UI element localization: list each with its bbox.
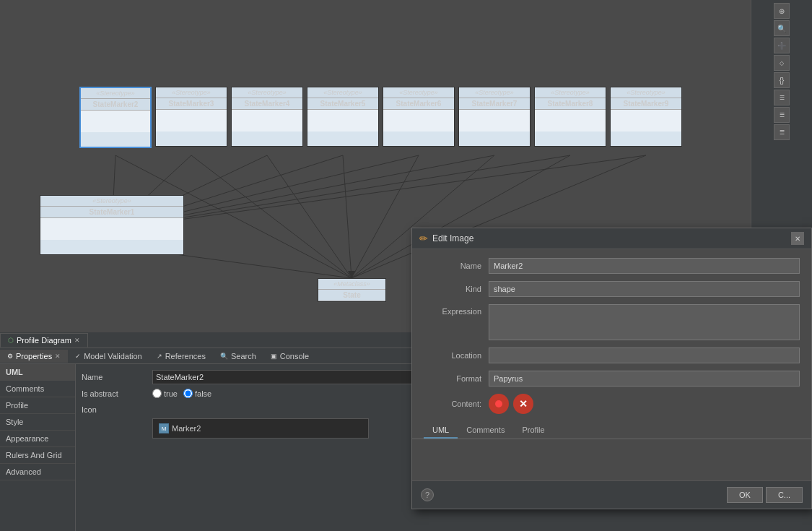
dialog-kind-input[interactable] — [489, 281, 800, 297]
uml-box-sm6[interactable]: «Stereotype» StateMarker6 — [383, 87, 455, 147]
dialog-footer: ? OK C... — [412, 480, 811, 509]
body1-sm1 — [40, 218, 183, 240]
name-sm2: StateMarker2 — [81, 99, 150, 111]
dialog-tab-comments[interactable]: Comments — [458, 423, 513, 439]
svg-line-11 — [343, 155, 352, 278]
name-sm1: StateMarker1 — [40, 207, 183, 218]
prop-tab-properties[interactable]: ⚙ Properties ✕ — [0, 350, 68, 363]
diagram-tab-icon: ⬡ — [8, 337, 14, 344]
dialog-tab-profile-label: Profile — [522, 426, 544, 434]
prop-sidebar-profile[interactable]: Profile — [0, 397, 75, 414]
uml-box-sm8[interactable]: «Stereotype» StateMarker8 — [534, 87, 606, 147]
prop-abstract-radios: true false — [152, 389, 211, 398]
prop-icon-label: Icon — [82, 405, 147, 414]
dialog-kind-label: Kind — [424, 285, 481, 293]
prop-abstract-false[interactable]: false — [183, 389, 211, 398]
toolbar-btn-1[interactable]: ⊕ — [774, 3, 790, 19]
prop-sidebar: UML Comments Profile Style Appearance Ru… — [0, 364, 76, 531]
dialog-format-input[interactable] — [489, 371, 800, 387]
console-icon: ▣ — [271, 353, 277, 360]
toolbar-btn-6[interactable]: ☰ — [774, 90, 790, 105]
uml-box-sm1[interactable]: «Stereotype» StateMarker1 — [40, 195, 184, 255]
properties-icon: ⚙ — [7, 353, 13, 360]
dialog-record-button[interactable] — [489, 394, 509, 414]
svg-marker-17 — [348, 271, 355, 278]
prop-tab-validation[interactable]: ✓ Model Validation — [68, 350, 149, 363]
edit-image-dialog: ✏ Edit Image ✕ Name Kind Expression Loca… — [411, 228, 812, 509]
dialog-tabs: UML Comments Profile — [412, 423, 811, 439]
prop-abstract-true[interactable]: true — [152, 389, 178, 398]
diagram-tab-close[interactable]: ✕ — [74, 337, 80, 344]
dialog-location-input[interactable] — [489, 347, 800, 363]
prop-sidebar-style[interactable]: Style — [0, 414, 75, 431]
prop-name-label: Name — [82, 373, 147, 381]
icon-item-marker2[interactable]: M Marker2 — [156, 422, 365, 435]
uml-box-meta[interactable]: «Metaclass» State — [318, 278, 386, 302]
dialog-row-expression: Expression — [424, 304, 800, 340]
dialog-name-input[interactable] — [489, 258, 800, 274]
svg-line-9 — [191, 155, 352, 278]
uml-box-sm9[interactable]: «Stereotype» StateMarker9 — [610, 87, 682, 147]
dialog-content-buttons: ✕ — [489, 394, 533, 414]
dialog-row-content: Content: ✕ — [424, 394, 800, 414]
diagram-tab-profile[interactable]: ⬡ Profile Diagram ✕ — [0, 333, 88, 347]
uml-box-sm4[interactable]: «Stereotype» StateMarker4 — [231, 87, 303, 147]
dialog-tab-comments-label: Comments — [466, 426, 505, 434]
uml-box-sm3[interactable]: «Stereotype» StateMarker3 — [155, 87, 227, 147]
search-icon: 🔍 — [220, 353, 228, 360]
toolbar-btn-4[interactable]: ◇ — [774, 55, 790, 71]
dialog-ok-button[interactable]: OK — [727, 487, 763, 503]
prop-sidebar-advanced[interactable]: Advanced — [0, 464, 75, 480]
svg-line-7 — [112, 155, 646, 229]
uml-box-sm2[interactable]: «Stereotype» StateMarker2 — [79, 87, 152, 148]
marker2-icon: M — [159, 423, 169, 433]
prop-tab-properties-close[interactable]: ✕ — [55, 353, 61, 360]
icon-item-label: Marker2 — [172, 424, 201, 433]
uml-box-sm7[interactable]: «Stereotype» StateMarker7 — [458, 87, 531, 147]
dialog-expression-label: Expression — [424, 304, 481, 316]
prop-tab-properties-label: Properties — [16, 352, 52, 361]
dialog-cancel-button[interactable]: C... — [766, 487, 803, 503]
dialog-tab-uml[interactable]: UML — [424, 423, 458, 439]
diagram-tab-label: Profile Diagram — [17, 336, 71, 345]
dialog-close-button[interactable]: ✕ — [791, 232, 804, 245]
prop-sidebar-header: UML — [0, 364, 75, 381]
prop-tab-console-label: Console — [280, 352, 309, 361]
prop-sidebar-appearance[interactable]: Appearance — [0, 431, 75, 447]
dialog-clear-button[interactable]: ✕ — [513, 394, 533, 414]
dialog-location-label: Location — [424, 351, 481, 360]
dialog-format-label: Format — [424, 374, 481, 383]
prop-tab-search[interactable]: 🔍 Search — [213, 350, 263, 363]
record-dot-icon — [495, 400, 502, 407]
validation-icon: ✓ — [75, 353, 81, 360]
prop-sidebar-comments[interactable]: Comments — [0, 381, 75, 397]
dialog-name-label: Name — [424, 262, 481, 270]
svg-line-12 — [352, 155, 419, 278]
prop-sidebar-rulers[interactable]: Rulers And Grid — [0, 447, 75, 464]
stereotype-sm2: «Stereotype» — [81, 88, 150, 99]
prop-tab-validation-label: Model Validation — [84, 352, 142, 361]
clear-icon: ✕ — [519, 398, 528, 410]
dialog-body: Name Kind Expression Location Format Con… — [412, 249, 811, 423]
prop-abstract-label: Is abstract — [82, 389, 147, 398]
prop-tab-references[interactable]: ↗ References — [149, 350, 213, 363]
stereotype-sm1: «Stereotype» — [40, 196, 183, 207]
dialog-expression-input[interactable] — [489, 304, 800, 340]
toolbar-btn-7[interactable]: ☰ — [774, 107, 790, 123]
edit-image-icon: ✏ — [419, 233, 428, 244]
dialog-help-button[interactable]: ? — [421, 488, 434, 501]
prop-tab-console[interactable]: ▣ Console — [263, 350, 316, 363]
dialog-row-name: Name — [424, 258, 800, 274]
dialog-content-label: Content: — [424, 400, 481, 408]
toolbar-btn-8[interactable]: ☰ — [774, 124, 790, 140]
toolbar-btn-2[interactable]: 🔍 — [774, 20, 790, 36]
prop-tab-search-label: Search — [231, 352, 256, 361]
toolbar-btn-3[interactable]: ➕ — [774, 38, 790, 53]
uml-box-sm5[interactable]: «Stereotype» StateMarker5 — [307, 87, 379, 147]
dialog-tab-uml-label: UML — [432, 426, 449, 434]
body2-sm2 — [81, 132, 150, 147]
icon-list: M Marker2 — [152, 418, 369, 439]
svg-line-10 — [267, 155, 352, 278]
toolbar-btn-5[interactable]: {} — [774, 72, 790, 88]
dialog-tab-profile[interactable]: Profile — [513, 423, 553, 439]
